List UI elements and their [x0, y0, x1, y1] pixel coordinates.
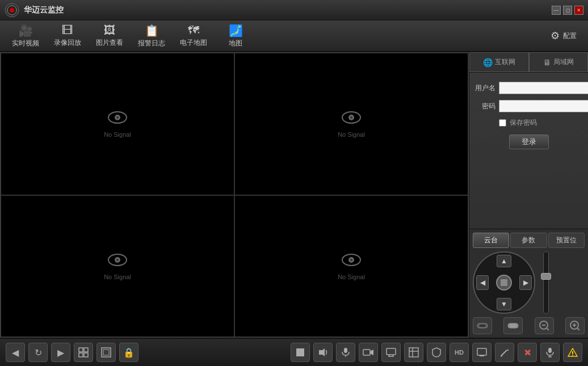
- no-signal-icon-3: [108, 252, 127, 270]
- no-signal-text-1: No Signal: [104, 131, 131, 138]
- svg-rect-29: [79, 353, 83, 357]
- ptz-controls: ▲ ▼ ◀ ▶: [473, 251, 585, 314]
- nav-bar: 🎥 实时视频 🎞 录像回放 🖼 图片查看 📋 报警日志 🗺 电子地图 🗾 地图 …: [0, 20, 588, 52]
- ptz-zoom: [539, 251, 553, 314]
- nav-alarm-label: 报警日志: [138, 39, 165, 48]
- svg-marker-49: [507, 349, 509, 351]
- svg-rect-15: [501, 279, 507, 286]
- toolbar-stop-btn[interactable]: [291, 343, 310, 362]
- username-input-wrapper: ▼: [499, 82, 588, 94]
- no-signal-icon-1: [108, 110, 127, 128]
- no-signal-icon-2: [342, 110, 361, 128]
- nav-playback-label: 录像回放: [54, 38, 81, 48]
- username-label: 用户名: [475, 83, 495, 93]
- ptz-center-btn[interactable]: [496, 275, 512, 291]
- toolbar-mic-btn[interactable]: [336, 343, 355, 362]
- toolbar-refresh-btn[interactable]: ↻: [28, 343, 48, 362]
- nav-photos[interactable]: 🖼 图片查看: [90, 22, 129, 50]
- zoom-handle[interactable]: [541, 273, 551, 280]
- video-cell-1[interactable]: No Signal: [1, 53, 234, 195]
- save-password-row: 保存密码: [475, 118, 582, 128]
- login-tabs: 🌐 互联网 🖥 局域网: [469, 52, 588, 73]
- ptz-down-btn[interactable]: ▼: [497, 298, 511, 310]
- toolbar-screen-btn[interactable]: [472, 343, 492, 362]
- nav-emap[interactable]: 🗺 电子地图: [174, 22, 213, 50]
- svg-rect-47: [480, 355, 484, 356]
- toolbar-next-btn[interactable]: ▶: [51, 343, 70, 362]
- ptz-left-btn[interactable]: ◀: [476, 275, 489, 290]
- svg-point-5: [116, 116, 119, 119]
- minimize-button[interactable]: —: [552, 6, 561, 15]
- ptz-zoom-in-btn[interactable]: [565, 317, 585, 334]
- ptz-iris-close-btn[interactable]: [473, 317, 492, 334]
- video-cell-2[interactable]: No Signal: [234, 53, 468, 195]
- emap-icon: 🗺: [188, 24, 199, 37]
- video-cell-4[interactable]: No Signal: [234, 195, 468, 338]
- svg-point-14: [350, 259, 352, 261]
- toolbar-grid-btn[interactable]: [74, 343, 93, 362]
- ptz-zoom-out-btn[interactable]: [535, 317, 554, 334]
- window-controls: — ◻ ✕: [552, 6, 583, 15]
- ptz-right-btn[interactable]: ▶: [519, 275, 532, 290]
- video-cell-3[interactable]: No Signal: [1, 195, 234, 338]
- username-row: 用户名 ▼: [475, 82, 582, 94]
- save-password-checkbox[interactable]: [499, 119, 506, 127]
- toolbar-clip-btn[interactable]: [404, 343, 423, 362]
- nav-live[interactable]: 🎥 实时视频: [6, 22, 45, 51]
- alarm-icon: 📋: [145, 24, 159, 37]
- ptz-tab-yunpan[interactable]: 云台: [473, 233, 509, 248]
- toolbar-lock-btn[interactable]: 🔒: [119, 343, 138, 362]
- lan-icon: 🖥: [543, 58, 551, 67]
- svg-point-2: [10, 8, 14, 12]
- tab-internet[interactable]: 🌐 互联网: [469, 52, 529, 72]
- app-logo: [5, 3, 19, 18]
- tab-internet-label: 互联网: [495, 57, 515, 67]
- svg-rect-51: [548, 348, 552, 353]
- no-signal-text-3: No Signal: [104, 274, 131, 280]
- nav-playback[interactable]: 🎞 录像回放: [48, 22, 87, 50]
- toolbar-fullscreen-btn[interactable]: [96, 343, 116, 362]
- toolbar-close-btn[interactable]: ✖: [518, 343, 537, 362]
- ptz-iris-open-btn[interactable]: [503, 317, 523, 334]
- toolbar-mic2-btn[interactable]: [540, 343, 560, 362]
- svg-rect-37: [363, 350, 370, 355]
- ptz-tabs: 云台 参数 预置位: [473, 233, 585, 248]
- right-panel: 🌐 互联网 🖥 局域网 用户名 ▼ 密码: [469, 52, 588, 338]
- svg-rect-19: [509, 324, 517, 327]
- toolbar-pen-btn[interactable]: [495, 343, 514, 362]
- toolbar-volume-btn[interactable]: [313, 343, 333, 362]
- close-button[interactable]: ✕: [574, 6, 583, 15]
- photos-icon: 🖼: [104, 24, 115, 37]
- restore-button[interactable]: ◻: [563, 6, 572, 15]
- ptz-tab-preset[interactable]: 预置位: [548, 233, 585, 248]
- ptz-tab-params[interactable]: 参数: [510, 233, 547, 248]
- nav-settings-label: 配置: [563, 31, 577, 41]
- tab-lan[interactable]: 🖥 局域网: [529, 52, 589, 72]
- video-grid: No Signal No Signal No Signal: [0, 52, 469, 338]
- ptz-up-btn[interactable]: ▲: [497, 255, 511, 267]
- toolbar-shield-btn[interactable]: [427, 343, 446, 362]
- svg-marker-34: [319, 348, 325, 356]
- svg-rect-31: [102, 348, 111, 357]
- ptz-bottom: [473, 317, 585, 334]
- login-button[interactable]: 登录: [509, 134, 549, 149]
- nav-map[interactable]: 🗾 地图: [216, 22, 255, 51]
- zoom-track[interactable]: [543, 251, 549, 314]
- svg-rect-35: [344, 348, 347, 353]
- username-input[interactable]: [499, 82, 588, 94]
- svg-rect-17: [480, 325, 485, 327]
- login-form: 用户名 ▼ 密码 保存密码 登录: [469, 73, 588, 229]
- toolbar-prev-btn[interactable]: ◀: [6, 343, 25, 362]
- svg-point-56: [572, 355, 573, 356]
- svg-rect-33: [296, 348, 304, 356]
- password-input[interactable]: [499, 100, 588, 112]
- bottom-toolbar: ◀ ↻ ▶ 🔒: [0, 338, 588, 366]
- nav-alarm[interactable]: 📋 报警日志: [132, 22, 171, 51]
- nav-settings[interactable]: ⚙ 配置: [545, 27, 582, 44]
- toolbar-camera-btn[interactable]: [359, 343, 378, 362]
- svg-rect-28: [84, 348, 88, 352]
- toolbar-monitor-btn[interactable]: [381, 343, 401, 362]
- toolbar-alert-btn[interactable]: [563, 343, 582, 362]
- tab-lan-label: 局域网: [553, 57, 574, 67]
- toolbar-hd-btn[interactable]: HD: [450, 343, 469, 362]
